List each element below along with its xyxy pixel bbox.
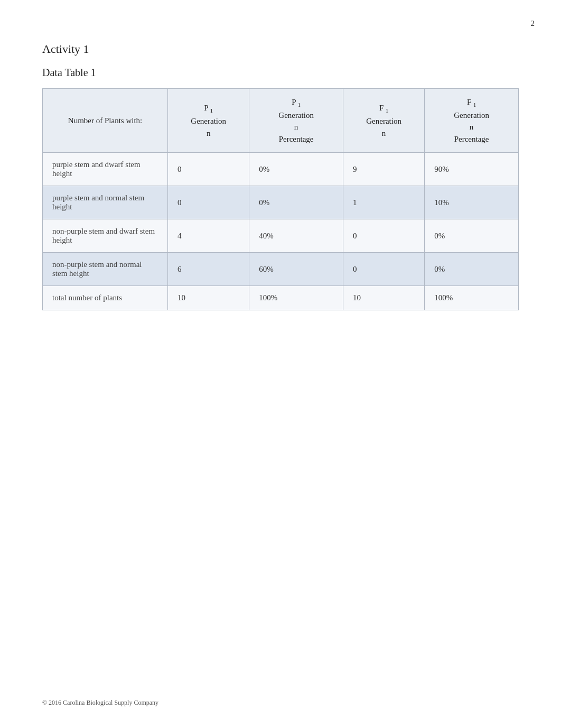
table-cell-row2-col2: 40% [249,219,343,253]
table-row: non-purple stem and normal stem height66… [43,253,519,286]
table-cell-row1-col2: 0% [249,186,343,219]
table-cell-row0-col2: 0% [249,153,343,186]
table-cell-row4-col2: 100% [249,286,343,310]
page-number: 2 [531,19,535,28]
table-cell-row2-col0: non-purple stem and dwarf stem height [43,219,168,253]
table-cell-row4-col1: 10 [168,286,249,310]
col-header-p1-pct: P 1GenerationnPercentage [249,89,343,153]
table-cell-row0-col1: 0 [168,153,249,186]
col-header-p1-gen: P 1Generationn [168,89,249,153]
table-cell-row4-col3: 10 [343,286,425,310]
table-cell-row4-col4: 100% [425,286,519,310]
table-cell-row2-col1: 4 [168,219,249,253]
table-cell-row3-col2: 60% [249,253,343,286]
table-cell-row3-col3: 0 [343,253,425,286]
table-row: purple stem and normal stem height00%110… [43,186,519,219]
col-header-f1-pct: F 1GenerationnPercentage [425,89,519,153]
table-cell-row1-col3: 1 [343,186,425,219]
table-cell-row1-col0: purple stem and normal stem height [43,186,168,219]
table-cell-row2-col4: 0% [425,219,519,253]
data-table: Number of Plants with: P 1Generationn P … [42,88,519,310]
table-row: purple stem and dwarf stem height00%990% [43,153,519,186]
table-cell-row1-col1: 0 [168,186,249,219]
table-title: Data Table 1 [42,67,519,79]
table-cell-row3-col4: 0% [425,253,519,286]
table-cell-row3-col1: 6 [168,253,249,286]
table-cell-row0-col0: purple stem and dwarf stem height [43,153,168,186]
table-cell-row2-col3: 0 [343,219,425,253]
table-cell-row4-col0: total number of plants [43,286,168,310]
footer-text: © 2016 Carolina Biological Supply Compan… [42,699,158,707]
col-header-plants: Number of Plants with: [43,89,168,153]
activity-title: Activity 1 [42,42,519,56]
table-cell-row0-col4: 90% [425,153,519,186]
table-cell-row0-col3: 9 [343,153,425,186]
col-header-f1-gen: F 1Generationn [343,89,425,153]
table-row: non-purple stem and dwarf stem height440… [43,219,519,253]
table-cell-row3-col0: non-purple stem and normal stem height [43,253,168,286]
table-cell-row1-col4: 10% [425,186,519,219]
table-row: total number of plants10100%10100% [43,286,519,310]
